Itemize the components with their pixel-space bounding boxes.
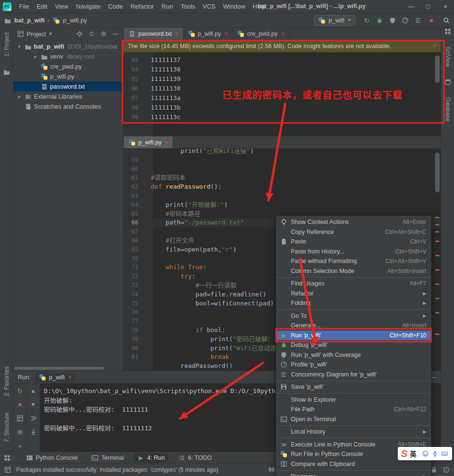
more-icon[interactable]: » — [16, 442, 24, 450]
layout-icon[interactable] — [16, 415, 24, 422]
run-configuration-select[interactable]: p_wifi ▼ — [314, 15, 355, 26]
ime-keyboard-icon[interactable] — [441, 450, 448, 457]
softwrap-icon[interactable] — [30, 415, 37, 422]
rerun-icon[interactable]: ↻ — [363, 17, 371, 24]
tool-button-favorites[interactable]: 2: Favorites — [3, 366, 10, 396]
editor-line[interactable]: 63 — [123, 192, 441, 201]
tool-windows-grid-icon[interactable] — [444, 28, 452, 35]
menu-item-generate[interactable]: Generate...Alt+Insert — [276, 321, 431, 331]
menu-item-show-in-explorer[interactable]: Show in Explorer — [276, 395, 431, 405]
editor-line[interactable]: 59 — [123, 156, 441, 165]
toolwindow-4-run[interactable]: ▶4: Run — [134, 453, 168, 463]
tool-button-project[interactable]: 1: Project — [3, 32, 10, 57]
menu-item-go-to[interactable]: Go To▶ — [276, 311, 431, 321]
menu-navigate[interactable]: Navigate — [72, 1, 104, 11]
stop-icon[interactable]: ■ — [427, 17, 435, 24]
tree-item-venv[interactable]: ▸venv library root — [13, 51, 123, 61]
run-tab-p-wifi[interactable]: p_wifi × — [35, 373, 75, 382]
menu-item-show-context-actions[interactable]: Show Context ActionsAlt+Enter — [276, 217, 431, 227]
coverage-icon[interactable] — [389, 17, 396, 24]
tree-item-p-wifi-py[interactable]: p_wifi.py — [13, 71, 123, 81]
menu-item-copy-reference[interactable]: Copy ReferenceCtrl+Alt+Shift+C — [276, 227, 431, 237]
toolwindow-python-console[interactable]: Python Console — [22, 453, 81, 463]
inspection-ok-icon[interactable]: ✓ — [433, 42, 438, 49]
menu-file[interactable]: File — [15, 1, 33, 11]
editor-line[interactable]: 9611111130 — [123, 84, 441, 93]
menu-item-run-p-wifi-with-coverage[interactable]: Run 'p_wifi' with Coverage — [276, 350, 431, 360]
menu-item-paste[interactable]: PasteCtrl+V — [276, 237, 431, 247]
menu-item-paste-without-formatting[interactable]: Paste without FormattingCtrl+Alt+Shift+V — [276, 256, 431, 266]
menu-code[interactable]: Code — [104, 1, 127, 11]
minimize-button[interactable]: — — [402, 0, 420, 13]
menu-item-paste-from-history[interactable]: Paste from History...Ctrl+Shift+V — [276, 247, 431, 257]
horizontal-scrollbar[interactable] — [14, 367, 104, 370]
menu-view[interactable]: View — [51, 1, 72, 11]
tree-toggle-icon[interactable]: ▸ — [16, 94, 22, 99]
info-icon[interactable] — [443, 466, 450, 474]
menu-item-profile-p-wifi[interactable]: Profile 'p_wifi' — [276, 360, 431, 370]
editor-line[interactable]: 981111113b — [123, 103, 441, 112]
search-everywhere-icon[interactable] — [443, 17, 450, 24]
editor-line[interactable]: 971111113a — [123, 93, 441, 103]
database-icon[interactable] — [444, 78, 452, 86]
editor-line[interactable]: 62def readPassword(): — [123, 182, 441, 192]
menu-item-run-p-wifi[interactable]: ▶Run 'p_wifi'Ctrl+Shift+F10 — [276, 331, 431, 341]
close-icon[interactable]: × — [68, 374, 72, 381]
menu-item-local-history[interactable]: Local History▶ — [276, 427, 431, 437]
editor-line[interactable]: 61#读取密码本 — [123, 173, 441, 182]
editor-line[interactable]: print("已有WiFi连接") — [123, 149, 441, 156]
tab-password-txt[interactable]: password.txt× — [124, 28, 184, 40]
close-button[interactable]: × — [437, 0, 454, 13]
menu-item-find-usages[interactable]: Find UsagesAlt+F7 — [276, 279, 431, 289]
toolwindow-terminal[interactable]: Terminal — [88, 453, 127, 463]
menu-item-refactor[interactable]: Refactor▶ — [276, 289, 431, 299]
menu-tools[interactable]: Tools — [177, 1, 199, 11]
close-tab-icon[interactable]: × — [165, 139, 169, 146]
menu-item-file-path[interactable]: File PathCtrl+Alt+F12 — [276, 405, 431, 415]
concurrency-icon[interactable] — [414, 17, 422, 24]
menu-item-debug-p-wifi[interactable]: Debug 'p_wifi' — [276, 340, 431, 350]
menu-item-save-p-wifi[interactable]: Save 'p_wifi' — [276, 382, 431, 392]
breadcrumb-project[interactable]: bat_p_wifi — [14, 17, 45, 24]
breadcrumb-file[interactable]: p_wifi.py — [63, 17, 87, 24]
tree-item-password-txt[interactable]: password.txt — [13, 81, 123, 91]
ime-smiley-icon[interactable] — [422, 450, 429, 457]
toolwindow-6-todo[interactable]: 6: TODO — [175, 453, 215, 463]
menu-item-diagrams[interactable]: Diagrams▶ — [276, 472, 431, 476]
editor-line[interactable]: 60 — [123, 165, 441, 174]
menu-vcs[interactable]: VCS — [199, 1, 219, 11]
favorites-folder-icon[interactable] — [3, 68, 10, 76]
tree-item-external-libraries[interactable]: ▸External Libraries — [13, 91, 123, 101]
tab-p-wifi-py[interactable]: p_wifi.py× — [124, 136, 173, 148]
editor-line[interactable]: 9311111137 — [123, 55, 441, 65]
gear-icon[interactable] — [16, 428, 24, 436]
close-tab-icon[interactable]: × — [175, 30, 179, 37]
hide-icon[interactable]: — — [112, 30, 119, 38]
tool-button-database[interactable]: Database — [444, 97, 451, 122]
menu-item-concurrency-diagram-for-p-wifi[interactable]: Concurrency Diagram for 'p_wifi' — [276, 370, 431, 380]
bug-icon[interactable] — [376, 17, 383, 24]
editor-line[interactable]: 991111113c — [123, 112, 441, 122]
rerun-icon[interactable]: ↻ — [16, 387, 24, 395]
editor-line[interactable]: 9411111138 — [123, 65, 441, 74]
menu-item-compare-with-clipboard[interactable]: Compare with Clipboard — [276, 459, 431, 469]
menu-edit[interactable]: Edit — [33, 1, 51, 11]
password-editor[interactable]: 9311111137941111113895111111399611111130… — [123, 52, 441, 136]
tree-item-cre-pwd-py[interactable]: cre_pwd.py — [13, 61, 123, 71]
tree-toggle-icon[interactable]: ▸ — [32, 54, 39, 59]
scrollbar-thumb[interactable] — [435, 55, 440, 83]
profile-icon[interactable] — [402, 17, 409, 24]
tool-button-structure[interactable]: 7: Structure — [3, 413, 10, 442]
ime-language-indicator[interactable]: 英 — [410, 449, 416, 458]
tab-p-wifi-py[interactable]: p_wifi.py× — [184, 28, 233, 40]
project-pane-title[interactable]: Project — [27, 30, 46, 38]
maximize-button[interactable]: □ — [420, 0, 437, 13]
menu-item-open-in-terminal[interactable]: Open in Terminal — [276, 415, 431, 425]
collapse-icon[interactable] — [88, 30, 95, 38]
menu-item-column-selection-mode[interactable]: Column Selection ModeAlt+Shift+Insert — [276, 266, 431, 276]
tool-button-sciview[interactable]: SciView — [444, 47, 451, 67]
down-icon[interactable]: ▼ — [30, 401, 37, 408]
editor-line[interactable]: 64 print("开始破解:") — [123, 201, 441, 210]
tree-toggle-icon[interactable]: ▾ — [16, 44, 22, 49]
close-tab-icon[interactable]: × — [281, 30, 285, 37]
